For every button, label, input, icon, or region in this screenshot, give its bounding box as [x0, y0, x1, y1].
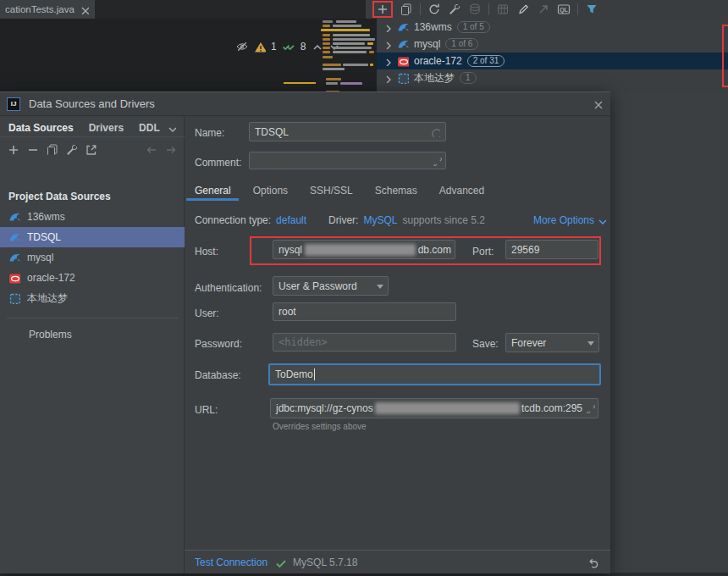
edit-icon[interactable]	[516, 3, 530, 16]
expand-icon[interactable]	[585, 403, 595, 413]
mysql-icon	[8, 211, 20, 223]
tree-row[interactable]: 136wms 1 of 5	[377, 19, 728, 36]
user-value: root	[279, 306, 296, 318]
add-data-source-icon[interactable]	[376, 3, 389, 16]
chevron-right-icon[interactable]	[382, 22, 392, 32]
database-toolbar	[366, 0, 728, 19]
tab-close-icon[interactable]	[79, 4, 89, 14]
editor-tab[interactable]: cationTests.java	[0, 0, 95, 19]
checks-icon[interactable]	[282, 40, 295, 53]
editor-tab-label: cationTests.java	[5, 4, 74, 14]
remove-icon[interactable]	[26, 143, 38, 155]
tree-row[interactable]: mysql 1 of 6	[377, 36, 728, 53]
driver-label: Driver:	[328, 214, 358, 226]
dropdown-arrow-icon	[377, 285, 383, 289]
tab-options[interactable]: Options	[253, 185, 288, 197]
tab-advanced[interactable]: Advanced	[439, 185, 484, 197]
dialog-title-bar: IJ Data Sources and Drivers	[0, 92, 610, 116]
driver-note: supports since 5.2	[402, 214, 484, 226]
sidebar-item-mysql[interactable]: mysql	[0, 247, 185, 268]
connection-type-value[interactable]: default	[276, 214, 306, 226]
chevron-right-icon[interactable]	[382, 56, 392, 66]
more-options[interactable]: More Options	[533, 214, 606, 226]
sidebar-item-136wms[interactable]: 136wms	[0, 207, 185, 227]
text-caret	[314, 368, 315, 380]
connection-type-label: Connection type:	[195, 214, 271, 226]
password-label: Password:	[195, 338, 242, 350]
refresh-icon[interactable]	[427, 3, 441, 16]
comment-input[interactable]	[249, 152, 446, 169]
duplicate-icon[interactable]	[46, 143, 58, 155]
toolbar-separator	[488, 3, 489, 15]
tab-ddl-mappings[interactable]: DDL	[139, 122, 161, 134]
more-options-label: More Options	[533, 214, 594, 226]
highlighting-off-icon[interactable]	[235, 40, 249, 53]
oracle-icon	[397, 55, 409, 67]
sidebar-divider	[7, 318, 178, 318]
expand-icon[interactable]	[432, 156, 442, 166]
dialog-close-icon[interactable]	[592, 98, 604, 110]
dialog-sidebar: Data Sources Drivers DDL Project Data So…	[0, 117, 185, 573]
code-minimap[interactable]	[319, 19, 375, 93]
sidebar-item-tdsql-selected[interactable]: TDSQL	[0, 227, 185, 247]
query-console-icon[interactable]	[557, 3, 571, 16]
tab-drivers[interactable]: Drivers	[89, 122, 124, 134]
sidebar-item-dameng[interactable]: 本地达梦	[0, 288, 185, 308]
mysql-icon	[8, 231, 20, 243]
database-tree: 136wms 1 of 5 mysql 1 of 6 oracle-172 2 …	[377, 19, 728, 93]
password-input[interactable]: <hidden>	[273, 333, 456, 352]
tab-data-sources[interactable]: Data Sources	[8, 122, 74, 134]
tab-schemas[interactable]: Schemas	[375, 185, 417, 197]
data-source-properties-icon[interactable]	[448, 3, 461, 16]
url-value-end: tcdb.com:295	[521, 402, 582, 414]
schema-count-badge: 1	[460, 72, 477, 84]
add-icon[interactable]	[7, 143, 19, 155]
dameng-icon	[8, 292, 20, 304]
dialog-title: Data Sources and Drivers	[29, 97, 155, 110]
tree-item-label: mysql	[414, 38, 440, 50]
name-value: TDSQL	[255, 126, 289, 138]
schema-count-badge: 1 of 6	[445, 38, 478, 50]
chevron-right-icon[interactable]	[382, 73, 392, 83]
sidebar-item-label: mysql	[27, 252, 53, 263]
url-note: Overrides settings above	[273, 422, 367, 431]
url-input[interactable]: jdbc:mysql://gz-cynos tcdb.com:295	[270, 398, 598, 418]
dameng-icon	[397, 72, 409, 84]
filter-icon[interactable]	[585, 3, 598, 16]
save-select[interactable]: Forever	[505, 333, 599, 352]
authentication-select[interactable]: User & Password	[273, 276, 389, 296]
tree-item-label: 136wms	[414, 21, 452, 33]
warning-icon[interactable]	[254, 41, 266, 53]
chevron-right-icon[interactable]	[382, 39, 392, 49]
user-input[interactable]: root	[273, 302, 456, 321]
sidebar-item-oracle[interactable]: oracle-172	[0, 268, 185, 288]
host-value-end: db.com	[418, 244, 451, 256]
name-input[interactable]: TDSQL	[249, 122, 446, 141]
chevron-down-icon[interactable]	[166, 123, 176, 133]
host-input[interactable]: nysql db.com	[273, 240, 455, 259]
problems-section[interactable]: Problems	[29, 329, 72, 341]
driver-value[interactable]: MySQL	[363, 214, 397, 226]
tab-general[interactable]: General	[195, 185, 231, 197]
host-label: Host:	[195, 246, 218, 258]
port-value: 29569	[511, 244, 539, 256]
active-tab-underline	[186, 198, 239, 201]
tree-item-label: 本地达梦	[414, 71, 455, 86]
form-tab-bar: General Options SSH/SSL Schemas Advanced	[195, 185, 484, 197]
revert-icon[interactable]	[587, 556, 600, 569]
tree-row-selected[interactable]: oracle-172 2 of 31	[377, 53, 728, 69]
duplicate-icon[interactable]	[400, 3, 413, 16]
comment-label: Comment:	[195, 157, 241, 169]
port-input[interactable]: 29569	[505, 240, 598, 259]
database-value: ToDemo	[275, 368, 313, 380]
save-label: Save:	[472, 338, 499, 350]
database-input-focused[interactable]: ToDemo	[268, 363, 601, 385]
project-data-sources-header: Project Data Sources	[8, 191, 111, 202]
open-in-new-icon[interactable]	[85, 143, 97, 155]
tree-item-label: oracle-172	[414, 55, 462, 67]
host-redacted-blur	[305, 244, 416, 256]
driver-properties-icon[interactable]	[65, 143, 77, 155]
tab-ssh-ssl[interactable]: SSH/SSL	[310, 185, 353, 197]
test-connection-link[interactable]: Test Connection	[195, 557, 267, 568]
tree-row[interactable]: 本地达梦 1	[377, 69, 728, 86]
